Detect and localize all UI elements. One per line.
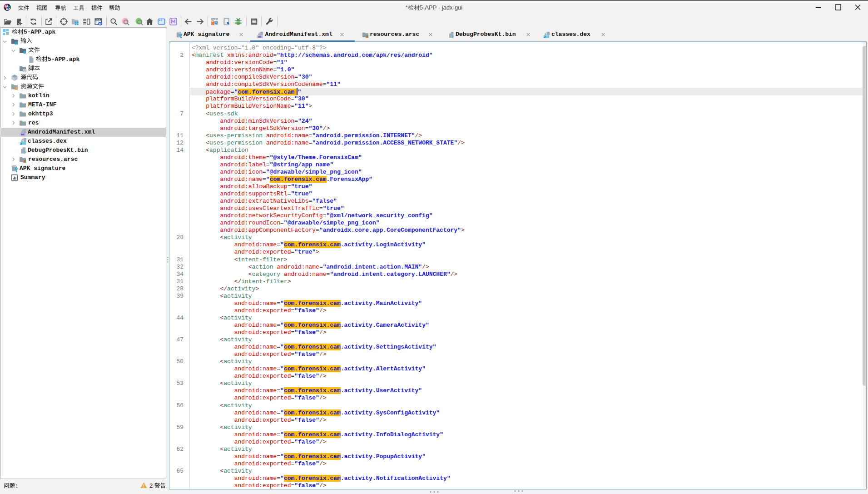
svg-text:DX: DX xyxy=(6,7,10,10)
svg-text:J: J xyxy=(544,35,546,38)
svg-text:MF: MF xyxy=(21,133,25,135)
svg-text:MF: MF xyxy=(258,35,262,38)
svg-text:?: ? xyxy=(451,35,454,38)
svg-text:J: J xyxy=(20,141,22,145)
svg-text:?: ? xyxy=(24,150,26,154)
